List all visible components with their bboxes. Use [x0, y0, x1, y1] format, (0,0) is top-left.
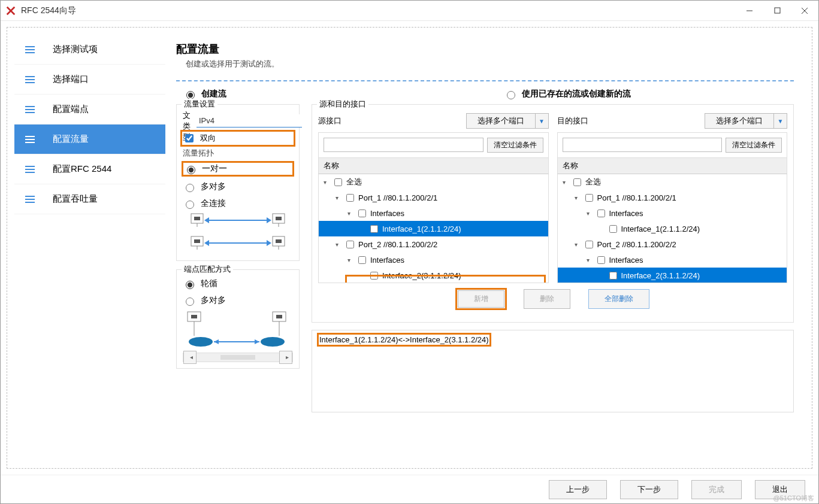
tree-row[interactable]: ▾Interfaces: [319, 205, 548, 221]
radio-input[interactable]: [187, 166, 195, 174]
scroll-left-icon[interactable]: ◂: [183, 351, 197, 364]
tree-checkbox[interactable]: [609, 272, 617, 280]
twisty-icon[interactable]: ▾: [563, 179, 569, 186]
tree-row[interactable]: ▾Interfaces: [319, 252, 548, 268]
minimize-button[interactable]: [736, 2, 763, 20]
svg-point-20: [189, 337, 213, 347]
chevron-down-icon[interactable]: ▼: [774, 113, 787, 129]
radio-many-to-many[interactable]: 多对多: [183, 181, 293, 192]
tree-row[interactable]: ▾Port_2 //80.1.1.200/2/2: [319, 236, 548, 252]
radio-input[interactable]: [186, 91, 195, 99]
maximize-button[interactable]: [763, 2, 791, 20]
tree-checkbox[interactable]: [370, 272, 378, 280]
scroll-right-icon[interactable]: ▸: [279, 351, 292, 364]
radio-label: 轮循: [201, 278, 217, 289]
add-button[interactable]: 新增: [458, 290, 504, 308]
tree-checkbox[interactable]: [370, 225, 378, 233]
filter-input[interactable]: [563, 138, 723, 152]
finish-button[interactable]: 完成: [691, 480, 742, 499]
clear-filter-button[interactable]: 清空过滤条件: [726, 138, 782, 153]
radio-input[interactable]: [186, 184, 194, 192]
tree-checkbox[interactable]: [358, 210, 366, 217]
dropdown-label[interactable]: 选择多个端口: [705, 113, 774, 129]
radio-input[interactable]: [186, 297, 194, 306]
tree-row[interactable]: Interface_2(3.1.1.2/24): [558, 268, 787, 283]
nav-item-config-throughput[interactable]: 配置吞吐量: [14, 184, 165, 214]
close-button[interactable]: [791, 2, 818, 20]
tree-row[interactable]: Interface_1(2.1.1.2/24): [319, 221, 548, 236]
tree-checkbox[interactable]: [346, 241, 354, 248]
nav-label: 选择端口: [53, 74, 89, 85]
multi-port-dropdown[interactable]: 选择多个端口 ▼: [705, 113, 787, 129]
radio-full-mesh[interactable]: 全连接: [183, 198, 293, 209]
twisty-icon[interactable]: ▾: [324, 179, 330, 186]
tree-label: Port_1 //80.1.1.200/2/1: [597, 193, 676, 202]
radio-label: 多对多: [201, 295, 226, 306]
filter-row: 清空过滤条件: [318, 132, 549, 157]
tree-row[interactable]: ▾Port_1 //80.1.1.200/2/1: [558, 190, 787, 205]
tree-row[interactable]: ▾Interfaces: [558, 252, 787, 268]
tree-checkbox[interactable]: [585, 194, 593, 202]
tree-checkbox[interactable]: [334, 178, 342, 186]
radio-input[interactable]: [507, 91, 515, 99]
port-icon: [270, 235, 287, 251]
twisty-icon[interactable]: ▾: [587, 257, 593, 263]
tree-checkbox[interactable]: [346, 194, 354, 202]
radio-match-many[interactable]: 多对多: [183, 295, 293, 306]
twisty-icon[interactable]: ▾: [575, 195, 581, 201]
prev-button[interactable]: 上一步: [549, 480, 607, 499]
packet-type-input[interactable]: [197, 114, 302, 127]
nav-item-select-ports[interactable]: 选择端口: [14, 65, 165, 95]
tree-label: Interface_1(2.1.1.2/24): [382, 224, 461, 233]
tree-row[interactable]: ▾Port_2 //80.1.1.200/2/2: [558, 236, 787, 252]
titlebar: RFC 2544向导: [1, 1, 818, 21]
tree-checkbox[interactable]: [609, 225, 617, 233]
radio-input[interactable]: [186, 281, 194, 289]
nav-item-config-traffic[interactable]: 配置流量: [14, 125, 165, 154]
multi-port-dropdown[interactable]: 选择多个端口 ▼: [466, 113, 549, 129]
tree-row[interactable]: ▾Interfaces: [558, 205, 787, 221]
twisty-icon[interactable]: ▾: [336, 241, 341, 248]
twisty-icon[interactable]: ▾: [347, 210, 353, 217]
twisty-icon[interactable]: ▾: [587, 210, 593, 217]
twisty-icon[interactable]: ▾: [575, 241, 581, 248]
checkbox-input[interactable]: [185, 134, 194, 142]
mini-scrollbar[interactable]: ◂ ▸: [183, 353, 293, 362]
tree-row[interactable]: ▾全选: [319, 174, 548, 190]
twisty-icon[interactable]: ▾: [347, 257, 353, 263]
source-tree[interactable]: ▾全选▾Port_1 //80.1.1.200/2/1▾InterfacesIn…: [318, 174, 549, 283]
panel-header: 目的接口 选择多个端口 ▼: [557, 113, 788, 129]
tree-label: Interfaces: [609, 209, 643, 218]
dest-tree[interactable]: ▾全选▾Port_1 //80.1.1.200/2/1▾InterfacesIn…: [557, 174, 788, 283]
radio-one-to-one[interactable]: 一对一: [184, 163, 292, 174]
tree-checkbox[interactable]: [585, 241, 593, 248]
delete-all-button[interactable]: 全部删除: [588, 289, 649, 309]
tree-row[interactable]: ▾Port_1 //80.1.1.200/2/1: [319, 190, 548, 205]
radio-create-flow[interactable]: 创建流: [183, 89, 226, 99]
radio-label: 全连接: [201, 198, 226, 209]
radio-round-robin[interactable]: 轮循: [183, 278, 293, 289]
delete-button[interactable]: 删除: [524, 289, 570, 309]
nav-item-config-endpoints[interactable]: 配置端点: [14, 95, 165, 125]
pair-result-box[interactable]: Interface_1(2.1.1.2/24)<->Interface_2(3.…: [312, 330, 794, 412]
scroll-thumb[interactable]: [220, 355, 255, 360]
next-button[interactable]: 下一步: [620, 480, 678, 499]
dropdown-label[interactable]: 选择多个端口: [466, 113, 536, 129]
clear-filter-button[interactable]: 清空过滤条件: [487, 138, 543, 153]
tree-checkbox[interactable]: [358, 256, 366, 264]
tree-row[interactable]: Interface_2(3.1.1.2/24): [319, 268, 548, 283]
tree-row[interactable]: ▾全选: [558, 174, 787, 190]
radio-use-existing-flow[interactable]: 使用已存在的流或创建新的流: [504, 89, 631, 99]
filter-input[interactable]: [324, 138, 483, 152]
radio-input[interactable]: [186, 201, 194, 209]
twisty-icon[interactable]: ▾: [336, 195, 341, 201]
tree-label: Interfaces: [370, 256, 404, 265]
bidir-checkbox[interactable]: 双向: [183, 132, 293, 144]
tree-checkbox[interactable]: [597, 210, 605, 217]
tree-row[interactable]: Interface_1(2.1.1.2/24): [558, 221, 787, 236]
chevron-down-icon[interactable]: ▼: [536, 113, 549, 129]
tree-checkbox[interactable]: [597, 256, 605, 264]
nav-item-config-rfc2544[interactable]: 配置RFC 2544: [14, 154, 165, 184]
nav-item-select-tests[interactable]: 选择测试项: [14, 35, 165, 65]
tree-checkbox[interactable]: [573, 178, 581, 186]
